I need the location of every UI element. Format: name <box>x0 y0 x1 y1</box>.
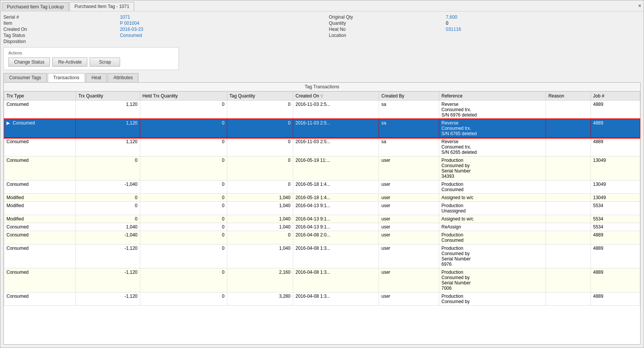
table-title: Tag Transactions <box>4 83 640 91</box>
table-row[interactable]: Modified001,0402016-04-13 9:1...userProd… <box>4 202 640 215</box>
col-created-by[interactable]: Created By <box>379 92 439 101</box>
table-cell: 2016-04-13 9:1... <box>293 223 379 231</box>
table-cell: 5534 <box>591 223 640 231</box>
created-on-label: Created On <box>3 27 114 32</box>
main-window: Purchased Item Tag Lookup Purchased Item… <box>0 0 644 348</box>
table-cell: 0 <box>140 138 227 156</box>
table-cell: Consumed <box>4 156 76 180</box>
sort-icon: ▽ <box>320 94 323 98</box>
table-row[interactable]: Consumed-1,040002016-05-18 1:4...userPro… <box>4 180 640 194</box>
table-cell: 1,120 <box>76 101 140 119</box>
table-cell: 2016-04-08 1:3... <box>293 292 379 306</box>
table-cell: 2016-05-19 11:... <box>293 156 379 180</box>
table-wrapper[interactable]: Trx Type Trx Quantity Held Trx Quantity … <box>4 91 640 344</box>
table-row[interactable]: Consumed-1,12001,0402016-04-08 1:3...use… <box>4 244 640 268</box>
tab-consumer-tags[interactable]: Consumer Tags <box>3 73 47 82</box>
table-cell: Modified <box>4 194 76 202</box>
serial-label: Serial # <box>3 14 114 20</box>
table-cell: 1,120 <box>76 119 140 138</box>
table-cell: 2016-04-13 9:1... <box>293 202 379 215</box>
table-cell: -1,120 <box>76 268 140 292</box>
change-status-button[interactable]: Change Status <box>8 57 50 67</box>
table-cell: 0 <box>76 202 140 215</box>
item-label: Item <box>3 21 114 26</box>
table-cell: Modified <box>4 215 76 223</box>
table-cell: 1,040 <box>227 244 293 268</box>
table-cell: user <box>379 244 439 268</box>
location-label: Location <box>329 33 440 38</box>
item-value[interactable]: P 001004 <box>120 21 230 26</box>
table-cell: user <box>379 292 439 306</box>
table-cell: Production Consumed <box>439 231 546 244</box>
table-row[interactable]: Consumed-1,040002016-04-08 2:0...userPro… <box>4 231 640 244</box>
table-cell: 3,280 <box>227 292 293 306</box>
table-cell: ▶ Consumed <box>4 119 76 138</box>
reactivate-button[interactable]: Re-Activate <box>52 57 87 67</box>
tab-transactions[interactable]: Transactions <box>48 73 85 82</box>
serial-value[interactable]: 1071 <box>120 14 230 20</box>
col-trx-type[interactable]: Trx Type <box>4 92 76 101</box>
col-held-qty[interactable]: Held Trx Quantity <box>140 92 227 101</box>
table-cell: 4889 <box>591 231 640 244</box>
table-cell: 0 <box>140 244 227 268</box>
table-cell: Production Consumed by <box>439 292 546 306</box>
table-cell: 4889 <box>591 244 640 268</box>
table-row[interactable]: Consumed-1,12003,2802016-04-08 1:3...use… <box>4 292 640 306</box>
table-cell: 1,040 <box>227 223 293 231</box>
table-cell: 0 <box>140 180 227 194</box>
transactions-table: Trx Type Trx Quantity Held Trx Quantity … <box>4 91 640 306</box>
heat-no-value[interactable]: 031116 <box>446 27 548 32</box>
table-cell: user <box>379 180 439 194</box>
col-trx-qty[interactable]: Trx Quantity <box>76 92 140 101</box>
table-cell: user <box>379 156 439 180</box>
table-cell: 0 <box>227 101 293 119</box>
table-cell: 0 <box>140 215 227 223</box>
orig-qty-value: 7,600 <box>446 14 548 20</box>
table-cell: 4889 <box>591 101 640 119</box>
table-cell: 0 <box>140 292 227 306</box>
table-row[interactable]: Consumed1,120002016-11-03 2:5...saRevers… <box>4 101 640 119</box>
table-row[interactable]: Consumed-1,12002,1602016-04-08 1:3...use… <box>4 268 640 292</box>
tab-purchased-item-lookup[interactable]: Purchased Item Tag Lookup <box>2 2 69 11</box>
table-row[interactable]: ▶ Consumed1,120002016-11-03 2:5...saReve… <box>4 119 640 138</box>
orig-qty-label: Original Qty <box>329 14 440 20</box>
table-row[interactable]: Modified001,0402016-04-13 9:1...userAssi… <box>4 215 640 223</box>
col-job[interactable]: Job # <box>591 92 640 101</box>
table-cell: Consumed <box>4 101 76 119</box>
table-cell: Reverse Consumed trx. S/N 6976 deleted <box>439 101 546 119</box>
table-cell: sa <box>379 101 439 119</box>
table-row[interactable]: Consumed0002016-05-19 11:...userProducti… <box>4 156 640 180</box>
table-row[interactable]: Consumed1,04001,0402016-04-13 9:1...user… <box>4 223 640 231</box>
table-cell: 1,120 <box>76 138 140 156</box>
col-created-on[interactable]: Created On ▽ <box>293 92 379 101</box>
table-cell: Modified <box>4 202 76 215</box>
table-row[interactable]: Modified001,0402016-05-18 1:4...userAssi… <box>4 194 640 202</box>
table-cell <box>546 101 591 119</box>
table-cell: 2016-11-03 2:5... <box>293 101 379 119</box>
table-cell: 13049 <box>591 180 640 194</box>
table-cell: Reverse Consumed trx. S/N 6265 deleted <box>439 138 546 156</box>
location-value <box>446 33 548 38</box>
tab-attributes[interactable]: Attributes <box>108 73 138 82</box>
col-reference[interactable]: Reference <box>439 92 546 101</box>
tag-status-value[interactable]: Consumed <box>120 33 230 38</box>
table-cell: Production Unassigned <box>439 202 546 215</box>
close-button[interactable]: × <box>638 3 641 9</box>
table-row[interactable]: Consumed1,120002016-11-03 2:5...saRevers… <box>4 138 640 156</box>
table-cell: Production Consumed by Serial Number 700… <box>439 268 546 292</box>
scrap-button[interactable]: Scrap <box>90 57 120 67</box>
col-reason[interactable]: Reason <box>546 92 591 101</box>
col-tag-qty[interactable]: Tag Quantity <box>227 92 293 101</box>
table-cell: 2016-04-08 1:3... <box>293 244 379 268</box>
table-cell: 4889 <box>591 138 640 156</box>
table-cell: 0 <box>140 156 227 180</box>
table-cell: Consumed <box>4 180 76 194</box>
created-on-value[interactable]: 2016-03-23 <box>120 27 230 32</box>
table-cell: Assigned to w/c <box>439 194 546 202</box>
table-cell: 1,040 <box>227 215 293 223</box>
table-cell <box>546 156 591 180</box>
tab-heat[interactable]: Heat <box>86 73 107 82</box>
table-cell <box>546 194 591 202</box>
tab-purchased-item-tag[interactable]: Purchased Item Tag - 1071 <box>69 2 134 11</box>
table-container: Tag Transactions Trx Type Trx Quantity H… <box>3 82 641 345</box>
